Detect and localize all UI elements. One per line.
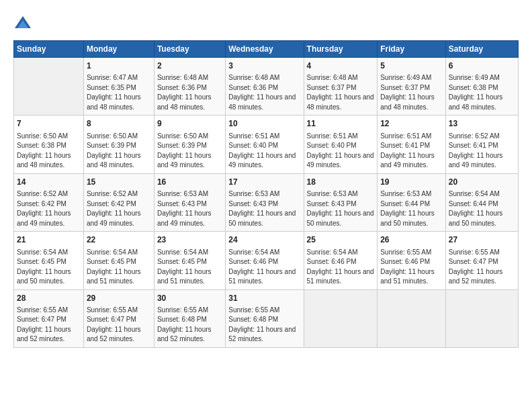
day-info: Sunrise: 6:52 AMSunset: 6:42 PMDaylight:… — [17, 189, 81, 228]
calendar-cell: 12Sunrise: 6:51 AMSunset: 6:41 PMDayligh… — [378, 116, 446, 173]
day-number: 19 — [380, 177, 443, 188]
calendar-cell: 9Sunrise: 6:50 AMSunset: 6:39 PMDaylight… — [154, 116, 225, 173]
calendar-cell: 16Sunrise: 6:53 AMSunset: 6:43 PMDayligh… — [154, 173, 225, 231]
day-info: Sunrise: 6:55 AMSunset: 6:48 PMDaylight:… — [228, 306, 300, 345]
day-info: Sunrise: 6:54 AMSunset: 6:46 PMDaylight:… — [307, 248, 375, 287]
day-info: Sunrise: 6:48 AMSunset: 6:37 PMDaylight:… — [307, 73, 375, 112]
weekday-header-saturday: Saturday — [445, 41, 518, 58]
day-info: Sunrise: 6:50 AMSunset: 6:38 PMDaylight:… — [17, 132, 81, 171]
calendar-cell: 31Sunrise: 6:55 AMSunset: 6:48 PMDayligh… — [226, 289, 304, 347]
calendar-table: SundayMondayTuesdayWednesdayThursdayFrid… — [13, 40, 519, 348]
weekday-header-sunday: Sunday — [14, 41, 84, 58]
day-info: Sunrise: 6:51 AMSunset: 6:41 PMDaylight:… — [380, 132, 443, 171]
day-number: 26 — [380, 234, 443, 246]
day-number: 14 — [17, 177, 81, 188]
day-info: Sunrise: 6:55 AMSunset: 6:47 PMDaylight:… — [17, 306, 81, 345]
day-number: 23 — [157, 234, 222, 246]
weekday-header-monday: Monday — [83, 41, 154, 58]
week-row-2: 7Sunrise: 6:50 AMSunset: 6:38 PMDaylight… — [14, 116, 519, 173]
day-info: Sunrise: 6:51 AMSunset: 6:40 PMDaylight:… — [307, 132, 375, 171]
calendar-cell: 22Sunrise: 6:54 AMSunset: 6:45 PMDayligh… — [83, 232, 154, 289]
calendar-cell — [445, 289, 518, 347]
day-number: 8 — [87, 118, 151, 130]
calendar-cell: 30Sunrise: 6:55 AMSunset: 6:48 PMDayligh… — [154, 289, 225, 347]
calendar-cell: 2Sunrise: 6:48 AMSunset: 6:36 PMDaylight… — [154, 58, 225, 116]
day-number: 29 — [87, 293, 151, 304]
day-number: 22 — [87, 234, 151, 246]
calendar-cell: 8Sunrise: 6:50 AMSunset: 6:39 PMDaylight… — [83, 116, 154, 173]
day-info: Sunrise: 6:47 AMSunset: 6:35 PMDaylight:… — [87, 73, 151, 112]
day-info: Sunrise: 6:55 AMSunset: 6:47 PMDaylight:… — [449, 248, 515, 287]
calendar-cell: 7Sunrise: 6:50 AMSunset: 6:38 PMDaylight… — [14, 116, 84, 173]
day-number: 10 — [228, 118, 300, 130]
logo — [13, 15, 35, 34]
day-number: 3 — [228, 60, 300, 72]
calendar-cell: 23Sunrise: 6:54 AMSunset: 6:45 PMDayligh… — [154, 232, 225, 289]
day-number: 4 — [307, 60, 375, 72]
logo-icon — [13, 15, 32, 34]
day-number: 6 — [449, 60, 515, 72]
weekday-header-friday: Friday — [378, 41, 446, 58]
day-number: 5 — [380, 60, 443, 72]
calendar-cell: 29Sunrise: 6:55 AMSunset: 6:47 PMDayligh… — [83, 289, 154, 347]
page: SundayMondayTuesdayWednesdayThursdayFrid… — [0, 0, 532, 355]
calendar-cell: 15Sunrise: 6:52 AMSunset: 6:42 PMDayligh… — [83, 173, 154, 231]
calendar-cell: 11Sunrise: 6:51 AMSunset: 6:40 PMDayligh… — [304, 116, 378, 173]
calendar-cell: 5Sunrise: 6:49 AMSunset: 6:37 PMDaylight… — [378, 58, 446, 116]
day-info: Sunrise: 6:49 AMSunset: 6:37 PMDaylight:… — [380, 73, 443, 112]
calendar-cell: 27Sunrise: 6:55 AMSunset: 6:47 PMDayligh… — [445, 232, 518, 289]
day-number: 11 — [307, 118, 375, 130]
day-info: Sunrise: 6:48 AMSunset: 6:36 PMDaylight:… — [157, 73, 222, 112]
day-info: Sunrise: 6:48 AMSunset: 6:36 PMDaylight:… — [228, 73, 300, 112]
weekday-header-wednesday: Wednesday — [226, 41, 304, 58]
week-row-5: 28Sunrise: 6:55 AMSunset: 6:47 PMDayligh… — [14, 289, 519, 347]
day-info: Sunrise: 6:54 AMSunset: 6:45 PMDaylight:… — [17, 248, 81, 287]
day-number: 28 — [17, 293, 81, 304]
header — [13, 12, 519, 34]
day-number: 16 — [157, 177, 222, 188]
calendar-cell: 25Sunrise: 6:54 AMSunset: 6:46 PMDayligh… — [304, 232, 378, 289]
day-info: Sunrise: 6:51 AMSunset: 6:40 PMDaylight:… — [228, 132, 300, 171]
day-info: Sunrise: 6:55 AMSunset: 6:46 PMDaylight:… — [380, 248, 443, 287]
day-number: 2 — [157, 60, 222, 72]
day-info: Sunrise: 6:55 AMSunset: 6:47 PMDaylight:… — [87, 306, 151, 345]
day-number: 9 — [157, 118, 222, 130]
day-number: 21 — [17, 234, 81, 246]
day-info: Sunrise: 6:53 AMSunset: 6:43 PMDaylight:… — [228, 189, 300, 228]
day-info: Sunrise: 6:52 AMSunset: 6:41 PMDaylight:… — [449, 132, 515, 171]
calendar-cell: 18Sunrise: 6:53 AMSunset: 6:43 PMDayligh… — [304, 173, 378, 231]
calendar-cell: 13Sunrise: 6:52 AMSunset: 6:41 PMDayligh… — [445, 116, 518, 173]
weekday-header-tuesday: Tuesday — [154, 41, 225, 58]
calendar-cell — [14, 58, 84, 116]
day-number: 18 — [307, 177, 375, 188]
day-number: 7 — [17, 118, 81, 130]
calendar-cell: 20Sunrise: 6:54 AMSunset: 6:44 PMDayligh… — [445, 173, 518, 231]
calendar-cell: 10Sunrise: 6:51 AMSunset: 6:40 PMDayligh… — [226, 116, 304, 173]
calendar-cell: 21Sunrise: 6:54 AMSunset: 6:45 PMDayligh… — [14, 232, 84, 289]
weekday-header-row: SundayMondayTuesdayWednesdayThursdayFrid… — [14, 41, 519, 58]
calendar-cell — [378, 289, 446, 347]
calendar-cell: 6Sunrise: 6:49 AMSunset: 6:38 PMDaylight… — [445, 58, 518, 116]
day-info: Sunrise: 6:53 AMSunset: 6:44 PMDaylight:… — [380, 189, 443, 228]
day-number: 1 — [87, 60, 151, 72]
calendar-cell: 1Sunrise: 6:47 AMSunset: 6:35 PMDaylight… — [83, 58, 154, 116]
calendar-cell: 17Sunrise: 6:53 AMSunset: 6:43 PMDayligh… — [226, 173, 304, 231]
day-number: 13 — [449, 118, 515, 130]
day-info: Sunrise: 6:53 AMSunset: 6:43 PMDaylight:… — [307, 189, 375, 228]
calendar-cell: 3Sunrise: 6:48 AMSunset: 6:36 PMDaylight… — [226, 58, 304, 116]
day-info: Sunrise: 6:52 AMSunset: 6:42 PMDaylight:… — [87, 189, 151, 228]
calendar-cell: 14Sunrise: 6:52 AMSunset: 6:42 PMDayligh… — [14, 173, 84, 231]
day-info: Sunrise: 6:54 AMSunset: 6:45 PMDaylight:… — [157, 248, 222, 287]
day-number: 15 — [87, 177, 151, 188]
day-number: 24 — [228, 234, 300, 246]
day-info: Sunrise: 6:50 AMSunset: 6:39 PMDaylight:… — [87, 132, 151, 171]
week-row-1: 1Sunrise: 6:47 AMSunset: 6:35 PMDaylight… — [14, 58, 519, 116]
day-number: 30 — [157, 293, 222, 304]
week-row-3: 14Sunrise: 6:52 AMSunset: 6:42 PMDayligh… — [14, 173, 519, 231]
calendar-cell: 26Sunrise: 6:55 AMSunset: 6:46 PMDayligh… — [378, 232, 446, 289]
day-number: 31 — [228, 293, 300, 304]
day-info: Sunrise: 6:54 AMSunset: 6:45 PMDaylight:… — [87, 248, 151, 287]
day-info: Sunrise: 6:50 AMSunset: 6:39 PMDaylight:… — [157, 132, 222, 171]
weekday-header-thursday: Thursday — [304, 41, 378, 58]
day-number: 17 — [228, 177, 300, 188]
